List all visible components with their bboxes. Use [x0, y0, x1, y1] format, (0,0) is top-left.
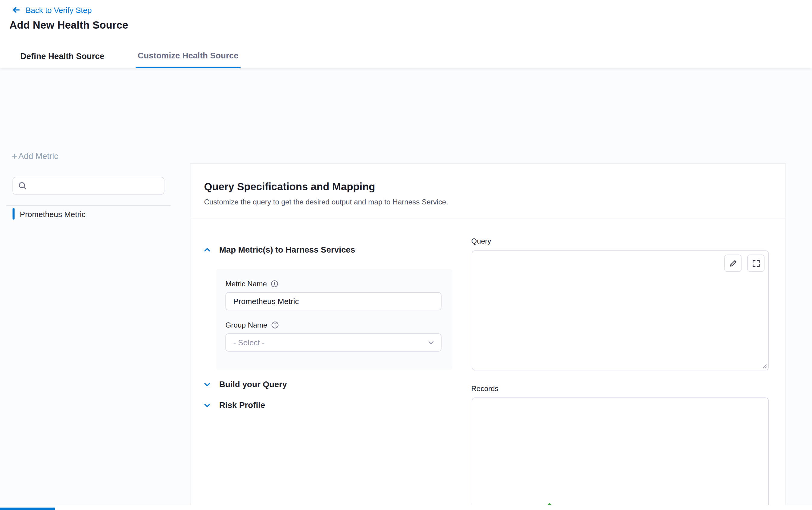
panel-subtitle: Customize the query to get the desired o…	[204, 198, 448, 206]
horizontal-scrollbar-thumb[interactable]	[0, 508, 55, 510]
metric-mapping-form: Metric Name Group Name - Select -	[216, 269, 453, 370]
content-area: + Add Metric Prometheus Metric Query Spe…	[0, 68, 812, 510]
section-map-metrics[interactable]: Map Metric(s) to Harness Services	[203, 245, 355, 254]
resize-handle-icon[interactable]	[761, 362, 767, 369]
metric-search-box	[13, 177, 165, 194]
tab-define-health-source[interactable]: Define Health Source	[18, 44, 107, 68]
group-name-label-row: Group Name	[226, 321, 279, 329]
pencil-icon	[729, 259, 737, 267]
metric-search-input[interactable]	[31, 181, 158, 190]
sidebar-divider	[6, 205, 171, 206]
expand-query-button[interactable]	[747, 255, 764, 272]
chevron-down-icon	[203, 401, 211, 410]
info-icon[interactable]	[271, 280, 278, 287]
group-name-select[interactable]: - Select -	[226, 333, 441, 352]
group-name-label: Group Name	[226, 321, 267, 329]
footer-strip	[0, 505, 812, 510]
arrow-left-icon	[11, 5, 21, 14]
section-risk-profile[interactable]: Risk Profile	[203, 401, 265, 410]
edit-query-button[interactable]	[724, 255, 742, 272]
info-icon[interactable]	[271, 321, 279, 328]
metric-item-label: Prometheus Metric	[20, 210, 86, 218]
tab-customize-health-source[interactable]: Customize Health Source	[136, 44, 240, 68]
section-build-your-query[interactable]: Build your Query	[203, 380, 287, 389]
fullscreen-icon	[752, 259, 760, 267]
page-header: Back to Verify Step Add New Health Sourc…	[0, 0, 812, 68]
chevron-down-icon	[203, 380, 211, 389]
tab-bar: Define Health Source Customize Health So…	[18, 44, 241, 68]
chevron-up-icon	[203, 246, 211, 254]
search-icon	[18, 182, 27, 190]
records-panel: Submit query to see records from Prometh…	[472, 397, 768, 510]
metric-name-label: Metric Name	[226, 280, 267, 288]
metric-name-label-row: Metric Name	[226, 280, 279, 288]
chevron-down-icon	[427, 339, 435, 346]
section-map-metrics-label: Map Metric(s) to Harness Services	[219, 245, 355, 254]
group-name-select-value: - Select -	[233, 338, 264, 347]
add-metric-button[interactable]: + Add Metric	[11, 152, 58, 161]
page: Back to Verify Step Add New Health Sourc…	[0, 0, 812, 510]
query-specifications-panel: Query Specifications and Mapping Customi…	[190, 163, 786, 510]
plus-icon: +	[11, 152, 17, 161]
page-title: Add New Health Source	[9, 19, 128, 31]
add-metric-label: Add Metric	[18, 152, 58, 161]
metric-name-input[interactable]	[226, 292, 441, 310]
query-label: Query	[471, 237, 491, 245]
panel-divider	[191, 218, 785, 219]
back-link[interactable]: Back to Verify Step	[11, 4, 92, 16]
sidebar-item-prometheus-metric[interactable]: Prometheus Metric	[13, 207, 86, 221]
back-link-label: Back to Verify Step	[26, 5, 92, 14]
query-editor[interactable]	[472, 250, 768, 370]
section-build-your-query-label: Build your Query	[219, 380, 287, 389]
section-risk-profile-label: Risk Profile	[219, 401, 265, 410]
records-label: Records	[471, 385, 498, 393]
panel-title: Query Specifications and Mapping	[204, 181, 375, 193]
selected-indicator	[13, 208, 15, 219]
